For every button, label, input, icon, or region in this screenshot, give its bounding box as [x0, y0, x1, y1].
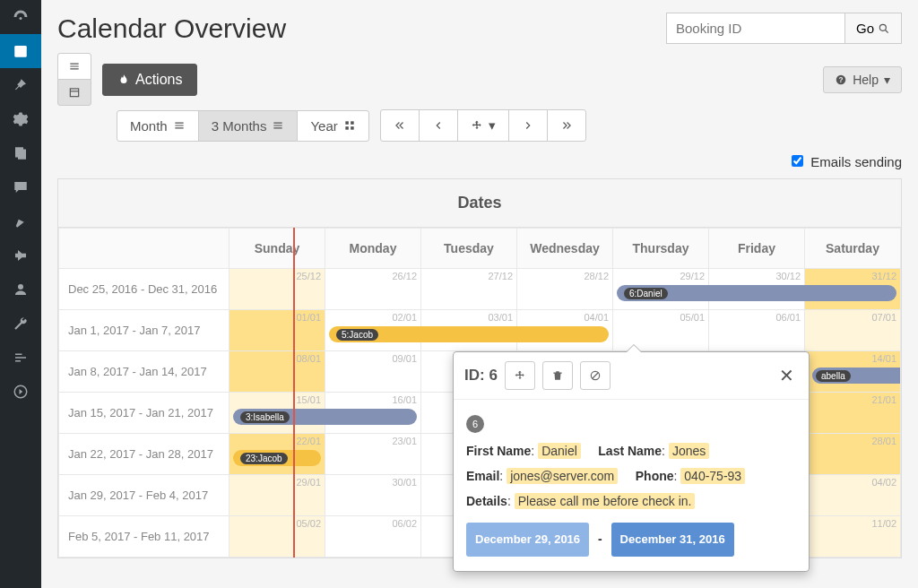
- today-indicator: [293, 228, 295, 558]
- svg-rect-2: [14, 46, 27, 49]
- booking-bar[interactable]: 23:Jacob: [233, 450, 321, 466]
- day-cell[interactable]: 11/02: [805, 516, 901, 558]
- booking-bar[interactable]: abella: [812, 368, 900, 384]
- day-cell[interactable]: 21/01: [805, 393, 901, 434]
- grid-icon: [343, 119, 356, 132]
- actions-button[interactable]: Actions: [102, 64, 197, 96]
- caret-down-icon: ▾: [884, 73, 890, 87]
- day-cell[interactable]: 23/01: [325, 434, 421, 475]
- booking-id-badge: 6: [466, 415, 484, 433]
- details-value: Please call me before check in.: [515, 493, 696, 509]
- booking-bar[interactable]: 3:Isabella: [233, 409, 417, 425]
- sidebar-item-collapse[interactable]: [0, 375, 41, 409]
- week-label: Jan 22, 2017 - Jan 28, 2017: [59, 434, 230, 475]
- day-header: Thursday: [613, 229, 709, 269]
- week-label: Jan 29, 2017 - Feb 4, 2017: [59, 475, 230, 516]
- trash-icon: [551, 369, 564, 382]
- day-cell[interactable]: 09/01: [325, 351, 421, 393]
- day-cell[interactable]: 30/01: [325, 475, 421, 516]
- day-cell[interactable]: 01/01: [230, 310, 325, 351]
- svg-rect-8: [70, 89, 78, 97]
- day-header: Friday: [709, 229, 805, 269]
- chevron-right-icon: [522, 119, 534, 132]
- sidebar-item-users[interactable]: [0, 272, 41, 307]
- svg-point-5: [18, 284, 23, 290]
- week-label: Jan 8, 2017 - Jan 14, 2017: [59, 351, 230, 393]
- sidebar-item-appearance[interactable]: [0, 204, 41, 238]
- svg-text:?: ?: [839, 75, 844, 83]
- booking-bar[interactable]: 5:Jacob: [329, 326, 609, 342]
- search-go-button[interactable]: Go: [845, 13, 902, 44]
- day-cell[interactable]: 29/01: [230, 475, 325, 516]
- day-cell[interactable]: 22/0123:Jacob: [230, 434, 325, 475]
- day-cell[interactable]: 06/02: [325, 516, 421, 558]
- day-cell[interactable]: 28/01: [805, 434, 901, 475]
- sidebar-item-comments[interactable]: [0, 170, 41, 204]
- booking-bar[interactable]: 6:Daniel: [617, 285, 896, 301]
- sidebar-item-plugins[interactable]: [0, 238, 41, 272]
- day-cell[interactable]: 25/12: [230, 269, 325, 310]
- day-cell[interactable]: 08/01: [230, 351, 325, 393]
- popover-move-button[interactable]: [505, 361, 535, 390]
- first-name-value: Daniel: [538, 443, 581, 459]
- popover-cancel-button[interactable]: [580, 361, 611, 390]
- list-icon: [68, 60, 81, 73]
- range-3months-button[interactable]: 3 Months: [198, 110, 299, 142]
- nav-first-button[interactable]: [380, 109, 420, 142]
- day-header: Monday: [325, 229, 421, 269]
- svg-rect-14: [351, 126, 354, 130]
- sidebar-item-pin[interactable]: [0, 68, 41, 102]
- day-cell[interactable]: 29/126:Daniel: [613, 269, 709, 310]
- day-cell[interactable]: 07/01: [805, 310, 901, 351]
- week-label: Jan 15, 2017 - Jan 21, 2017: [59, 393, 230, 434]
- range-year-button[interactable]: Year: [297, 110, 368, 142]
- popover-title: ID: 6: [464, 367, 498, 385]
- chevron-left-icon: [432, 119, 445, 132]
- svg-rect-11: [345, 121, 349, 125]
- day-cell[interactable]: 02/015:Jacob: [325, 310, 421, 351]
- day-cell[interactable]: 05/02: [230, 516, 325, 558]
- svg-rect-4: [18, 150, 26, 160]
- day-cell[interactable]: 26/12: [325, 269, 421, 310]
- move-icon: [514, 369, 526, 382]
- popover-close-button[interactable]: ✕: [775, 365, 798, 386]
- date-start-chip: December 29, 2016: [466, 523, 589, 557]
- view-list-button[interactable]: [57, 53, 91, 80]
- popover-delete-button[interactable]: [542, 361, 573, 390]
- week-label: Jan 1, 2017 - Jan 7, 2017: [59, 310, 230, 351]
- help-button[interactable]: ?Help ▾: [823, 66, 902, 93]
- sidebar-item-pages[interactable]: [0, 136, 41, 170]
- booking-id-input[interactable]: [666, 13, 845, 44]
- svg-rect-13: [345, 126, 349, 130]
- svg-rect-12: [351, 121, 354, 125]
- date-end-chip: December 31, 2016: [611, 523, 734, 557]
- emails-sending-checkbox[interactable]: [792, 155, 803, 167]
- day-cell[interactable]: 14/01abella: [805, 351, 901, 393]
- search-icon: [878, 22, 890, 35]
- day-cell[interactable]: 04/02: [805, 475, 901, 516]
- day-cell[interactable]: 15/013:Isabella: [230, 393, 325, 434]
- sidebar-item-tools[interactable]: [0, 307, 41, 341]
- nav-today-button[interactable]: ▾: [457, 109, 509, 142]
- ban-icon: [589, 369, 602, 382]
- nav-last-button[interactable]: [547, 109, 586, 142]
- emails-sending-toggle[interactable]: Emails sending: [792, 154, 902, 169]
- svg-point-0: [20, 17, 22, 20]
- sidebar-item-calendar[interactable]: [0, 34, 41, 68]
- calendar-icon: [68, 86, 81, 99]
- day-cell[interactable]: 27/12: [421, 269, 517, 310]
- range-month-button[interactable]: Month: [117, 110, 199, 142]
- sidebar-item-dashboard[interactable]: [0, 0, 41, 34]
- day-cell[interactable]: 28/12: [517, 269, 613, 310]
- view-calendar-button[interactable]: [57, 79, 91, 106]
- dates-header: Dates: [58, 179, 901, 228]
- list-icon: [173, 119, 186, 132]
- sidebar-item-settings[interactable]: [0, 102, 41, 136]
- move-icon: [471, 119, 483, 132]
- sidebar-item-sliders[interactable]: [0, 341, 41, 375]
- day-header: Sunday: [230, 229, 325, 269]
- day-cell[interactable]: 06/01: [709, 310, 805, 351]
- nav-next-button[interactable]: [508, 109, 548, 142]
- last-name-value: Jones: [669, 443, 709, 459]
- nav-prev-button[interactable]: [419, 109, 458, 142]
